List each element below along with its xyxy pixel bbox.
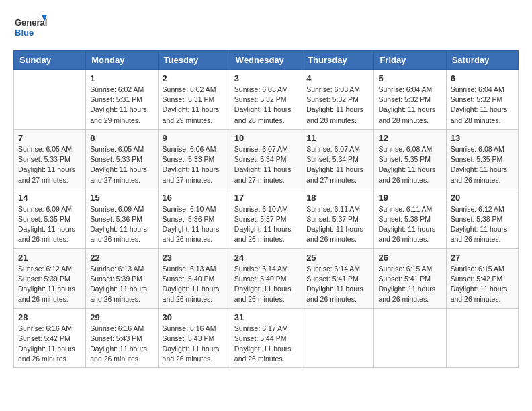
cell-info: Sunrise: 6:12 AMSunset: 5:38 PMDaylight:… xyxy=(451,204,514,245)
day-number: 19 xyxy=(378,193,441,203)
day-number: 9 xyxy=(163,133,226,143)
day-number: 27 xyxy=(451,253,514,263)
day-number: 3 xyxy=(234,73,298,83)
cell-info: Sunrise: 6:09 AMSunset: 5:36 PMDaylight:… xyxy=(90,204,153,245)
sunset-text: Sunset: 5:34 PM xyxy=(234,155,287,163)
sunrise-text: Sunrise: 6:03 AM xyxy=(234,85,288,93)
cell-info: Sunrise: 6:08 AMSunset: 5:35 PMDaylight:… xyxy=(378,144,441,185)
day-number: 2 xyxy=(163,73,226,83)
calendar-cell xyxy=(14,70,86,130)
sunrise-text: Sunrise: 6:16 AM xyxy=(90,324,144,332)
calendar-cell: 7Sunrise: 6:05 AMSunset: 5:33 PMDaylight… xyxy=(14,129,86,189)
sunset-text: Sunset: 5:31 PM xyxy=(90,95,142,103)
cell-info: Sunrise: 6:11 AMSunset: 5:37 PMDaylight:… xyxy=(306,204,369,245)
cell-info: Sunrise: 6:07 AMSunset: 5:34 PMDaylight:… xyxy=(306,144,369,185)
cell-info: Sunrise: 6:03 AMSunset: 5:32 PMDaylight:… xyxy=(306,85,369,126)
day-number: 31 xyxy=(234,312,298,322)
sunset-text: Sunset: 5:34 PM xyxy=(306,155,359,163)
sunrise-text: Sunrise: 6:10 AM xyxy=(163,205,216,213)
calendar-week-row: 1Sunrise: 6:02 AMSunset: 5:31 PMDaylight… xyxy=(14,70,519,130)
sunset-text: Sunset: 5:32 PM xyxy=(306,95,359,103)
daylight-text: Daylight: 11 hours and 26 minutes. xyxy=(163,345,220,363)
sunrise-text: Sunrise: 6:08 AM xyxy=(451,145,504,153)
sunrise-text: Sunrise: 6:02 AM xyxy=(163,85,216,93)
calendar-week-row: 7Sunrise: 6:05 AMSunset: 5:33 PMDaylight… xyxy=(14,129,519,189)
sunrise-text: Sunrise: 6:05 AM xyxy=(18,145,72,153)
sunrise-text: Sunrise: 6:10 AM xyxy=(234,205,288,213)
daylight-text: Daylight: 11 hours and 26 minutes. xyxy=(451,285,508,303)
sunrise-text: Sunrise: 6:03 AM xyxy=(306,85,360,93)
cell-info: Sunrise: 6:15 AMSunset: 5:41 PMDaylight:… xyxy=(378,264,441,305)
sunset-text: Sunset: 5:32 PM xyxy=(234,95,287,103)
column-header-monday: Monday xyxy=(86,51,158,70)
calendar-cell: 13Sunrise: 6:08 AMSunset: 5:35 PMDayligh… xyxy=(446,129,518,189)
calendar-cell: 21Sunrise: 6:12 AMSunset: 5:39 PMDayligh… xyxy=(14,248,86,308)
calendar-cell: 19Sunrise: 6:11 AMSunset: 5:38 PMDayligh… xyxy=(374,189,446,248)
cell-info: Sunrise: 6:02 AMSunset: 5:31 PMDaylight:… xyxy=(90,85,153,126)
daylight-text: Daylight: 11 hours and 26 minutes. xyxy=(378,225,435,243)
sunset-text: Sunset: 5:43 PM xyxy=(163,334,215,342)
daylight-text: Daylight: 11 hours and 27 minutes. xyxy=(163,165,220,183)
logo-svg: General Blue xyxy=(13,13,47,44)
sunrise-text: Sunrise: 6:09 AM xyxy=(90,205,144,213)
day-number: 23 xyxy=(163,253,226,263)
column-header-sunday: Sunday xyxy=(14,51,86,70)
daylight-text: Daylight: 11 hours and 26 minutes. xyxy=(378,165,435,183)
daylight-text: Daylight: 11 hours and 28 minutes. xyxy=(451,105,508,124)
sunset-text: Sunset: 5:33 PM xyxy=(163,155,215,163)
day-number: 12 xyxy=(378,133,441,143)
calendar-cell xyxy=(374,308,446,368)
day-number: 17 xyxy=(234,193,298,203)
calendar-cell: 28Sunrise: 6:16 AMSunset: 5:42 PMDayligh… xyxy=(14,308,86,368)
calendar-cell xyxy=(446,308,518,368)
daylight-text: Daylight: 11 hours and 28 minutes. xyxy=(378,105,435,124)
calendar-cell: 11Sunrise: 6:07 AMSunset: 5:34 PMDayligh… xyxy=(302,129,374,189)
sunset-text: Sunset: 5:41 PM xyxy=(306,275,359,283)
day-number: 22 xyxy=(90,253,153,263)
daylight-text: Daylight: 11 hours and 26 minutes. xyxy=(90,225,147,243)
calendar-cell: 26Sunrise: 6:15 AMSunset: 5:41 PMDayligh… xyxy=(374,248,446,308)
sunset-text: Sunset: 5:43 PM xyxy=(90,334,142,342)
calendar-cell: 17Sunrise: 6:10 AMSunset: 5:37 PMDayligh… xyxy=(230,189,302,248)
svg-text:Blue: Blue xyxy=(15,28,34,38)
sunrise-text: Sunrise: 6:13 AM xyxy=(163,265,216,273)
cell-info: Sunrise: 6:13 AMSunset: 5:40 PMDaylight:… xyxy=(163,264,226,305)
calendar-cell: 15Sunrise: 6:09 AMSunset: 5:36 PMDayligh… xyxy=(86,189,158,248)
calendar-cell: 16Sunrise: 6:10 AMSunset: 5:36 PMDayligh… xyxy=(158,189,230,248)
calendar-cell: 25Sunrise: 6:14 AMSunset: 5:41 PMDayligh… xyxy=(302,248,374,308)
daylight-text: Daylight: 11 hours and 27 minutes. xyxy=(234,165,292,183)
day-number: 26 xyxy=(378,253,441,263)
column-header-thursday: Thursday xyxy=(302,51,374,70)
calendar-cell: 3Sunrise: 6:03 AMSunset: 5:32 PMDaylight… xyxy=(230,70,302,130)
sunrise-text: Sunrise: 6:06 AM xyxy=(163,145,216,153)
cell-info: Sunrise: 6:07 AMSunset: 5:34 PMDaylight:… xyxy=(234,144,298,185)
sunrise-text: Sunrise: 6:16 AM xyxy=(163,324,216,332)
day-number: 8 xyxy=(90,133,153,143)
daylight-text: Daylight: 11 hours and 26 minutes. xyxy=(18,345,75,363)
logo: General Blue xyxy=(13,13,47,44)
day-number: 15 xyxy=(90,193,153,203)
calendar-cell: 23Sunrise: 6:13 AMSunset: 5:40 PMDayligh… xyxy=(158,248,230,308)
day-number: 11 xyxy=(306,133,369,143)
daylight-text: Daylight: 11 hours and 26 minutes. xyxy=(18,225,75,243)
cell-info: Sunrise: 6:09 AMSunset: 5:35 PMDaylight:… xyxy=(18,204,81,245)
sunrise-text: Sunrise: 6:12 AM xyxy=(451,205,504,213)
day-number: 1 xyxy=(90,73,153,83)
calendar-cell: 31Sunrise: 6:17 AMSunset: 5:44 PMDayligh… xyxy=(230,308,302,368)
daylight-text: Daylight: 11 hours and 26 minutes. xyxy=(90,345,147,363)
cell-info: Sunrise: 6:12 AMSunset: 5:39 PMDaylight:… xyxy=(18,264,81,305)
cell-info: Sunrise: 6:08 AMSunset: 5:35 PMDaylight:… xyxy=(451,144,514,185)
sunrise-text: Sunrise: 6:14 AM xyxy=(306,265,360,273)
column-header-friday: Friday xyxy=(374,51,446,70)
day-number: 13 xyxy=(451,133,514,143)
sunset-text: Sunset: 5:37 PM xyxy=(306,215,359,223)
sunset-text: Sunset: 5:39 PM xyxy=(90,275,142,283)
day-number: 5 xyxy=(378,73,441,83)
day-number: 14 xyxy=(18,193,81,203)
daylight-text: Daylight: 11 hours and 27 minutes. xyxy=(18,165,75,183)
sunrise-text: Sunrise: 6:07 AM xyxy=(306,145,360,153)
daylight-text: Daylight: 11 hours and 28 minutes. xyxy=(234,105,292,124)
daylight-text: Daylight: 11 hours and 29 minutes. xyxy=(163,105,220,124)
cell-info: Sunrise: 6:13 AMSunset: 5:39 PMDaylight:… xyxy=(90,264,153,305)
sunset-text: Sunset: 5:32 PM xyxy=(378,95,431,103)
